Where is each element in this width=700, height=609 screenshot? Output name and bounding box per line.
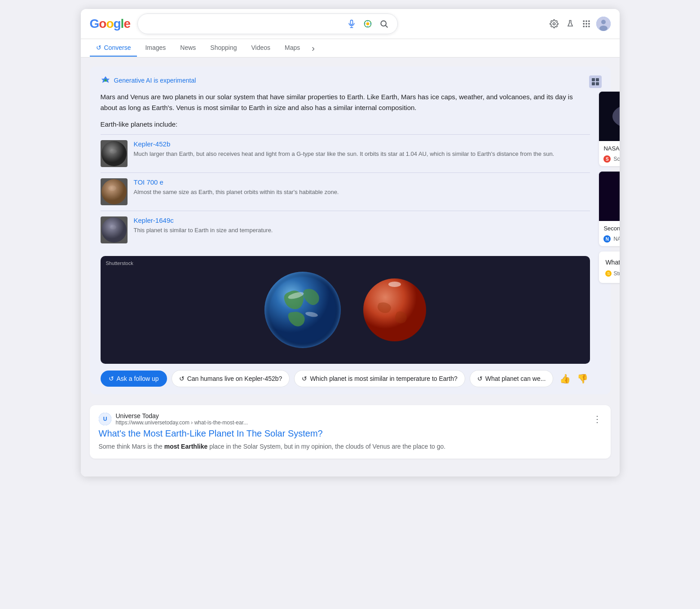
nasa-favicon: N	[603, 235, 611, 243]
thumbup-button[interactable]: 👍	[558, 371, 572, 386]
svg-point-25	[101, 217, 127, 243]
source-card-body-nasa: Second Earth-sized World Found in... N N…	[599, 221, 619, 246]
avatar[interactable]	[596, 17, 611, 31]
svg-point-23	[101, 179, 127, 204]
search-button[interactable]	[378, 18, 390, 30]
nasa-source-name: NASA	[613, 236, 619, 242]
svg-rect-8	[583, 21, 584, 22]
svg-point-24	[108, 185, 116, 191]
source-card-science[interactable]: NASA spots most Earth-like planet yet S …	[599, 92, 619, 166]
result-url: https://www.universetoday.com › what-is-…	[116, 419, 248, 426]
header: Google what planet is most similar to ea…	[81, 9, 620, 39]
source-card-body-science: NASA spots most Earth-like planet yet S …	[599, 141, 619, 166]
source-card-title-science: NASA spots most Earth-like planet yet	[603, 145, 619, 153]
tab-converse-label: Converse	[104, 44, 131, 51]
result-domain: Universe Today https://www.universetoday…	[116, 412, 248, 426]
search-input[interactable]: what planet is most similar to earth	[145, 20, 342, 28]
planet-name-kepler1649c: Kepler-1649c	[134, 216, 273, 224]
mars-illustration	[361, 276, 428, 344]
result-menu-button[interactable]: ⋮	[593, 414, 602, 424]
source-card-footer-nasa: N NASA	[603, 235, 619, 243]
source-card-nasa[interactable]: Second Earth-sized World Found in... N N…	[599, 172, 619, 246]
study-source: S Study.com	[605, 270, 619, 277]
ai-list-title: Earth-like planets include:	[101, 120, 590, 128]
similar-temp-label: Which planet is most similar in temperat…	[310, 375, 457, 382]
tab-shopping-label: Shopping	[210, 44, 237, 51]
tab-converse[interactable]: ↺ Converse	[90, 40, 137, 57]
result-bold-word: most Earthlike	[164, 443, 207, 450]
tab-maps[interactable]: Maps	[278, 40, 306, 57]
followup-row: ↺ Ask a follow up ↺ Can humans live on K…	[101, 370, 590, 387]
settings-button[interactable]	[548, 18, 560, 30]
svg-point-26	[110, 225, 116, 229]
converse-icon: ↺	[96, 44, 101, 51]
svg-point-30	[264, 272, 341, 348]
result-title[interactable]: What's the Most Earth-Like Planet In The…	[99, 428, 602, 439]
similar-temp-button[interactable]: ↺ Which planet is most similar in temper…	[294, 370, 465, 387]
svg-rect-13	[588, 23, 590, 24]
science-favicon: S	[603, 155, 611, 163]
planet-info-kepler452b: Kepler-452b Much larger than Earth, but …	[134, 140, 555, 159]
earth-illustration	[262, 269, 343, 350]
planet-info-toi700e: TOI 700 e Almost the same size as Earth,…	[134, 178, 339, 197]
apps-button[interactable]	[580, 18, 593, 30]
thumbdown-button[interactable]: 👎	[575, 371, 590, 386]
lab-button[interactable]	[564, 18, 577, 30]
planet-item-toi700e[interactable]: TOI 700 e Almost the same size as Earth,…	[101, 172, 590, 211]
science-source-name: Science	[613, 156, 619, 162]
humans-kepler-button[interactable]: ↺ Can humans live on Kepler-452b?	[172, 370, 290, 387]
planet-desc-toi700e: Almost the same size as Earth, this plan…	[134, 188, 339, 197]
search-bar: what planet is most similar to earth	[137, 13, 398, 34]
browser-window: Google what planet is most similar to ea…	[81, 9, 620, 477]
nav-more-button[interactable]: ›	[308, 39, 318, 57]
planet-thumb-kepler452b	[101, 140, 128, 167]
feedback-icons: 👍 👎	[558, 371, 590, 386]
nav-tabs: ↺ Converse Images News Shopping Videos M…	[81, 39, 620, 57]
svg-rect-0	[350, 20, 352, 25]
what-planet-label: What planet can we...	[485, 375, 546, 382]
what-planet-arrow: ↺	[477, 375, 483, 382]
svg-rect-37	[599, 172, 619, 221]
result-source: U Universe Today https://www.universetod…	[99, 412, 602, 426]
planet-item-kepler452b[interactable]: Kepler-452b Much larger than Earth, but …	[101, 134, 590, 172]
tab-images[interactable]: Images	[139, 40, 172, 57]
main-content: Generative AI is experimental Mars and V…	[81, 57, 620, 477]
svg-point-32	[388, 282, 401, 287]
followup-arrow-icon: ↺	[109, 375, 114, 382]
google-logo: Google	[90, 17, 130, 31]
humans-kepler-arrow: ↺	[179, 375, 185, 382]
svg-point-21	[101, 141, 127, 166]
ai-grid-toggle[interactable]	[589, 75, 602, 88]
search-icons	[345, 18, 390, 30]
svg-point-5	[381, 21, 386, 26]
svg-rect-12	[586, 23, 587, 24]
side-question-card[interactable]: What is the planet most similar to earth…	[599, 252, 619, 283]
similar-temp-arrow: ↺	[302, 375, 307, 382]
svg-text:U: U	[103, 416, 107, 422]
planet-item-kepler1649c[interactable]: Kepler-1649c This planet is similar to E…	[101, 211, 590, 249]
ai-experimental-label: Generative AI is experimental	[114, 77, 196, 84]
lens-button[interactable]	[361, 18, 374, 30]
mic-button[interactable]	[345, 18, 358, 30]
planet-thumb-toi700e	[101, 178, 128, 205]
source-card-img-nasa	[599, 172, 619, 221]
tab-videos-label: Videos	[251, 44, 271, 51]
svg-rect-11	[583, 23, 584, 24]
svg-rect-16	[588, 26, 590, 27]
ask-followup-button[interactable]: ↺ Ask a follow up	[101, 371, 167, 387]
source-cards: NASA spots most Earth-like planet yet S …	[599, 92, 619, 283]
source-card-footer-science: S Science	[603, 155, 619, 163]
side-question-text: What is the planet most similar to earth…	[605, 258, 619, 267]
what-planet-button[interactable]: ↺ What planet can we...	[470, 370, 554, 387]
planet-info-kepler1649c: Kepler-1649c This planet is similar to E…	[134, 216, 273, 235]
result-snippet: Some think Mars is the most Earthlike pl…	[99, 441, 602, 451]
tab-videos[interactable]: Videos	[245, 40, 277, 57]
svg-rect-14	[583, 26, 584, 27]
image-watermark: Shutterstock	[106, 260, 133, 266]
tab-news[interactable]: News	[174, 40, 202, 57]
tab-shopping[interactable]: Shopping	[204, 40, 243, 57]
search-result: U Universe Today https://www.universetod…	[90, 405, 611, 459]
ai-answer-box: Generative AI is experimental Mars and V…	[90, 66, 611, 394]
humans-kepler-label: Can humans live on Kepler-452b?	[187, 375, 282, 382]
result-site-name: Universe Today	[116, 412, 248, 419]
